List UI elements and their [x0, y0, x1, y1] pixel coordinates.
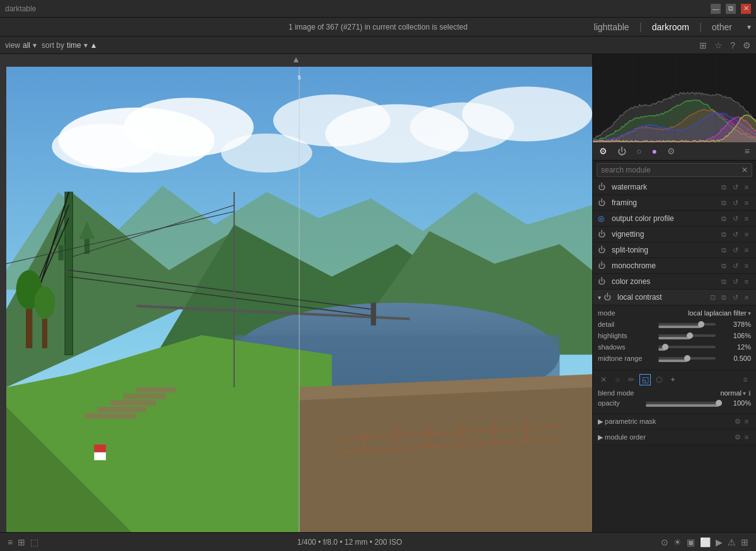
- module-color-zones[interactable]: ⏻ color zones ⧉ ↺ ≡: [593, 274, 756, 290]
- window-icon-bottom[interactable]: ⬚: [30, 537, 38, 547]
- help-icon[interactable]: ?: [730, 40, 735, 50]
- blend-tool-mask[interactable]: ⬡: [653, 374, 665, 385]
- grid-icon-bottom[interactable]: ⊞: [18, 537, 25, 547]
- tone-icon[interactable]: ⬜: [700, 537, 711, 547]
- module-tab-circle[interactable]: ○: [635, 145, 643, 157]
- copy-icon-vignetting[interactable]: ⧉: [719, 230, 728, 239]
- copy-icon-watermark[interactable]: ⧉: [719, 183, 728, 191]
- star-icon[interactable]: ☆: [714, 40, 723, 50]
- mode-dropdown-icon[interactable]: ▾: [748, 310, 751, 317]
- highlights-slider[interactable]: [658, 334, 716, 337]
- nav-tab-other[interactable]: other: [702, 18, 742, 36]
- menu-icon-framing[interactable]: ≡: [742, 198, 751, 207]
- blend-tool-x[interactable]: ✕: [598, 374, 609, 385]
- warning-icon[interactable]: ⚠: [728, 537, 736, 547]
- module-local-contrast[interactable]: ▾ ⏻ local contrast ⊡ ⧉ ↺ ≡: [593, 290, 756, 305]
- parametric-mask-section[interactable]: ▶ parametric mask ⚙ ≡: [593, 414, 756, 429]
- color-icon[interactable]: ▣: [687, 537, 695, 547]
- module-framing[interactable]: ⏻ framing ⧉ ↺ ≡: [593, 195, 756, 211]
- shadows-slider[interactable]: [658, 346, 716, 348]
- shadows-thumb[interactable]: [662, 344, 668, 350]
- nav-dropdown-arrow[interactable]: ▾: [742, 23, 756, 31]
- module-split-toning[interactable]: ⏻ split-toning ⧉ ↺ ≡: [593, 242, 756, 258]
- module-tab-gear2[interactable]: ⚙: [666, 145, 677, 157]
- copy-icon-output-color[interactable]: ⧉: [719, 214, 728, 223]
- module-tab-power[interactable]: ⏻: [616, 145, 627, 157]
- menu-icon-output-color[interactable]: ≡: [742, 214, 751, 223]
- blend-tool-circle[interactable]: ○: [612, 374, 623, 385]
- focus-icon[interactable]: ⊙: [661, 537, 668, 547]
- nav-tabs: lighttable | darkroom | other ▾: [584, 18, 756, 36]
- power-icon-output-color[interactable]: ◎: [598, 214, 607, 223]
- module-tab-params[interactable]: ⚙: [598, 145, 609, 157]
- view-selector[interactable]: view all ▾: [5, 41, 37, 50]
- settings-icon[interactable]: ⚙: [743, 40, 751, 50]
- midtone-thumb[interactable]: [684, 355, 690, 361]
- reset-icon-split-toning[interactable]: ↺: [731, 246, 740, 254]
- exposure-icon[interactable]: ☀: [673, 537, 682, 547]
- module-vignetting[interactable]: ⏻ vignetting ⧉ ↺ ≡: [593, 227, 756, 242]
- reset-icon-monochrome[interactable]: ↺: [731, 261, 740, 270]
- power-icon-split-toning[interactable]: ⏻: [598, 246, 607, 254]
- blend-tool-gradient[interactable]: ◱: [639, 374, 651, 385]
- power-icon-watermark[interactable]: ⏻: [598, 183, 607, 191]
- search-clear-button[interactable]: ✕: [738, 166, 752, 174]
- nav-tab-darkroom[interactable]: darkroom: [642, 18, 699, 36]
- detail-thumb[interactable]: [698, 321, 704, 327]
- layout-icon[interactable]: ⊞: [741, 537, 748, 547]
- menu-icon-watermark[interactable]: ≡: [742, 183, 751, 191]
- reset-icon-color-zones[interactable]: ↺: [731, 277, 740, 286]
- minimize-button[interactable]: —: [711, 4, 721, 14]
- menu-icon-monochrome[interactable]: ≡: [742, 261, 751, 270]
- menu-icon-split-toning[interactable]: ≡: [742, 246, 751, 254]
- module-order-settings-icon[interactable]: ⚙: [733, 433, 742, 441]
- copy-icon-lc[interactable]: ⧉: [719, 293, 728, 302]
- copy-icon-split-toning[interactable]: ⧉: [719, 246, 728, 254]
- blend-tool-add[interactable]: ✦: [667, 374, 679, 385]
- module-order-menu-icon[interactable]: ≡: [742, 433, 751, 441]
- module-monochrome[interactable]: ⏻ monochrome ⧉ ↺ ≡: [593, 258, 756, 274]
- module-output-color[interactable]: ◎ output color profile ⧉ ↺ ≡: [593, 211, 756, 227]
- opacity-slider[interactable]: [646, 402, 719, 404]
- menu-icon-color-zones[interactable]: ≡: [742, 277, 751, 286]
- play-icon[interactable]: ▶: [716, 537, 723, 547]
- reset-icon-lc[interactable]: ↺: [731, 293, 740, 302]
- blend-mode-dropdown[interactable]: ▾: [743, 390, 746, 397]
- module-order-section[interactable]: ▶ module order ⚙ ≡: [593, 429, 756, 445]
- reset-icon-watermark[interactable]: ↺: [731, 183, 740, 191]
- maximize-button[interactable]: ⧉: [726, 4, 736, 14]
- power-icon-vignetting[interactable]: ⏻: [598, 230, 607, 239]
- parametric-menu-icon[interactable]: ≡: [742, 417, 751, 426]
- menu-icon-lc[interactable]: ≡: [742, 293, 751, 302]
- grid-icon[interactable]: ⊞: [699, 40, 707, 50]
- module-watermark[interactable]: ⏻ watermark ⧉ ↺ ≡: [593, 179, 756, 195]
- image-area[interactable]: ▲: [0, 54, 592, 532]
- power-icon-framing[interactable]: ⏻: [598, 198, 607, 207]
- power-icon-color-zones[interactable]: ⏻: [598, 277, 607, 286]
- copy-icon-framing[interactable]: ⧉: [719, 198, 728, 207]
- blend-tool-brush[interactable]: ✏: [626, 374, 637, 385]
- module-tab-menu[interactable]: ≡: [743, 145, 751, 157]
- extra-icon-lc[interactable]: ⊡: [708, 293, 717, 302]
- opacity-thumb[interactable]: [716, 400, 722, 406]
- sort-selector[interactable]: sort by time ▾ ▲: [42, 41, 98, 50]
- power-icon-local-contrast[interactable]: ⏻: [604, 293, 612, 302]
- search-input[interactable]: [597, 164, 738, 176]
- close-button[interactable]: ✕: [741, 4, 751, 14]
- detail-slider[interactable]: [658, 323, 716, 326]
- midtone-slider[interactable]: [658, 357, 716, 360]
- module-tab-color[interactable]: ●: [650, 145, 658, 157]
- reset-icon-output-color[interactable]: ↺: [731, 214, 740, 223]
- menu-icon-bottom[interactable]: ≡: [8, 537, 13, 547]
- reset-icon-framing[interactable]: ↺: [731, 198, 740, 207]
- highlights-thumb[interactable]: [687, 332, 693, 339]
- blend-mode-info[interactable]: ℹ: [748, 390, 751, 397]
- menu-icon-vignetting[interactable]: ≡: [742, 230, 751, 239]
- copy-icon-monochrome[interactable]: ⧉: [719, 261, 728, 270]
- nav-tab-lighttable[interactable]: lighttable: [584, 18, 639, 36]
- power-icon-monochrome[interactable]: ⏻: [598, 261, 607, 270]
- reset-icon-vignetting[interactable]: ↺: [731, 230, 740, 239]
- copy-icon-color-zones[interactable]: ⧉: [719, 277, 728, 286]
- blend-menu-btn[interactable]: ≡: [740, 374, 751, 385]
- parametric-settings-icon[interactable]: ⚙: [733, 417, 742, 426]
